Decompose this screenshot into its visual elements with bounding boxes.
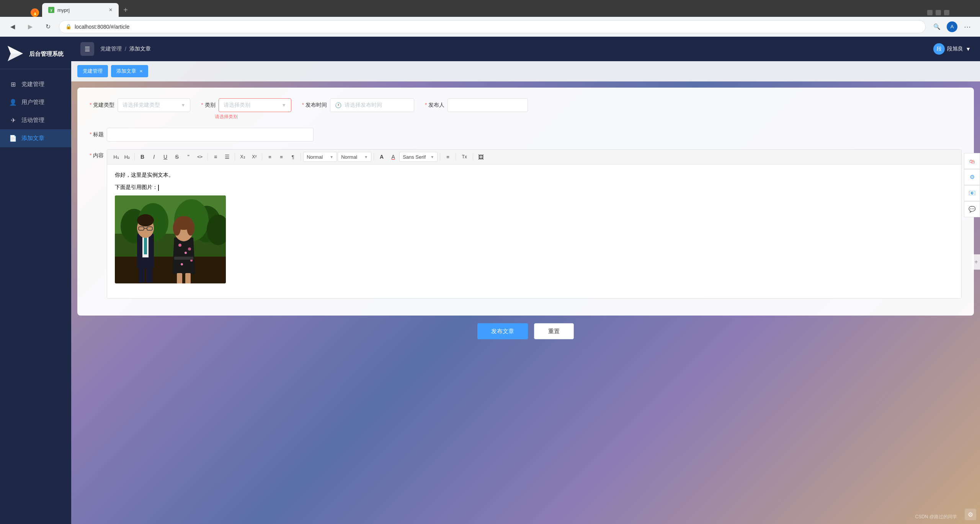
editor-content[interactable]: 你好，这里是实例文本。 下面是引用图片：	[107, 164, 961, 298]
toolbar-align-left[interactable]: ≡	[265, 152, 275, 162]
dangjian-type-select[interactable]: 请选择党建类型 ▼	[118, 98, 190, 112]
toolbar-unordered-list[interactable]: ☰	[222, 152, 232, 162]
tab-close-icon[interactable]: ✕	[109, 7, 113, 13]
toolbar-code[interactable]: <>	[194, 152, 205, 162]
category-error: 请选择类别	[215, 114, 291, 120]
toolbar-font-family[interactable]: Sans Serif ▼	[399, 152, 438, 162]
toolbar-align-center[interactable]: ≡	[276, 152, 287, 162]
toolbar-divider-3	[235, 153, 235, 160]
toolbar-divider-9	[473, 153, 473, 160]
menu-toggle-button[interactable]: ☰	[80, 42, 94, 56]
publish-button[interactable]: 发布文章	[477, 323, 528, 339]
watermark: CSDN @路过的同学	[915, 514, 957, 520]
sidebar-item-add-article[interactable]: 📄 添加文章	[0, 129, 71, 147]
title-label: * 标题	[90, 131, 104, 138]
sidebar-item-users[interactable]: 👤 用户管理	[0, 93, 71, 111]
toolbar-line-height[interactable]: ≡	[443, 152, 453, 162]
title-input[interactable]	[107, 128, 314, 142]
browser-profile-icon[interactable]: A	[946, 20, 959, 33]
toolbar-paragraph[interactable]: ¶	[287, 152, 298, 162]
breadcrumb-separator: /	[125, 46, 126, 52]
tab-dangjian-management[interactable]: 党建管理	[77, 65, 108, 77]
sidebar-item-dangjian[interactable]: ⊞ 党建管理	[0, 75, 71, 93]
nav-back-button[interactable]: ◀	[6, 20, 19, 33]
action-row: 发布文章 重置	[77, 316, 974, 347]
svg-rect-30	[174, 257, 193, 260]
font-size-2-label: Normal	[341, 154, 357, 160]
sidebar-item-label-dangjian: 党建管理	[21, 81, 44, 88]
svg-point-20	[178, 244, 181, 247]
toolbar-font-size-2[interactable]: Normal ▼	[338, 152, 371, 162]
font-size-2-arrow: ▼	[364, 155, 368, 159]
category-placeholder: 请选择类别	[224, 102, 250, 109]
tab-add-article[interactable]: 添加文章 ✕	[111, 65, 148, 77]
svg-point-28	[173, 220, 181, 236]
publish-time-input[interactable]: 🕐 请选择发布时间	[330, 98, 414, 112]
toolbar-h2[interactable]: H₂	[122, 153, 132, 161]
settings-icon[interactable]: ⚙	[965, 509, 976, 520]
reset-button[interactable]: 重置	[534, 323, 574, 339]
toolbar-strikethrough[interactable]: S	[172, 152, 182, 162]
font-size-1-arrow: ▼	[330, 155, 333, 159]
address-bar[interactable]: 🔒 localhost:8080/#/article	[59, 20, 926, 33]
nav-forward-button[interactable]: ▶	[24, 20, 37, 33]
toolbar-superscript[interactable]: X²	[249, 152, 260, 162]
window-close[interactable]	[944, 10, 949, 15]
toolbar-font-color[interactable]: A	[376, 152, 387, 162]
field-dangjian-type: * * 党建类型党建类型 请选择党建类型 ▼	[90, 98, 190, 112]
add-article-icon: 📄	[9, 135, 17, 142]
toolbar-font-highlight[interactable]: A	[388, 152, 399, 162]
content-label: * 内容	[90, 149, 104, 159]
users-icon: 👤	[9, 99, 17, 106]
new-tab-button[interactable]: +	[119, 3, 132, 17]
toolbar-underline[interactable]: U	[160, 152, 171, 162]
dangjian-type-label: * * 党建类型党建类型	[90, 102, 114, 109]
sidebar-item-activities[interactable]: ✈ 活动管理	[0, 111, 71, 129]
publish-time-placeholder: 请选择发布时间	[345, 102, 382, 109]
editor-toolbar: H₁ H₂ B I U S " <> ≡ ☰	[107, 150, 961, 164]
publish-time-label: * 发布时间	[302, 102, 327, 109]
clock-icon: 🕐	[335, 102, 341, 108]
right-sidebar: 🛍 ⚙ 📧 💬	[964, 153, 980, 217]
right-sidebar-btn-3[interactable]: 📧	[964, 185, 980, 201]
tab-favicon: y	[48, 7, 54, 13]
right-edge-add[interactable]: +	[972, 254, 980, 270]
tab-add-article-close[interactable]: ✕	[139, 69, 143, 74]
toolbar-insert-image[interactable]: 🖼	[475, 152, 486, 162]
toolbar-font-size-1[interactable]: Normal ▼	[303, 152, 337, 162]
svg-rect-9	[115, 257, 226, 283]
category-select[interactable]: 请选择类别 ▼	[219, 98, 291, 112]
toolbar-divider-5	[301, 153, 301, 160]
toolbar-subscript[interactable]: X₂	[237, 152, 248, 162]
user-name: 段旭良	[947, 46, 963, 52]
toolbar-h1[interactable]: H₁	[111, 153, 121, 161]
right-sidebar-btn-4[interactable]: 💬	[964, 201, 980, 217]
form-card: * * 党建类型党建类型 请选择党建类型 ▼ * 类别 请选择类别	[77, 88, 974, 316]
toolbar-clear-format[interactable]: Tx	[458, 152, 470, 162]
toolbar-quote[interactable]: "	[183, 152, 194, 162]
publisher-input[interactable]	[448, 98, 528, 112]
tab-dangjian-label: 党建管理	[83, 68, 103, 75]
logo-text: 后台管理系统	[29, 50, 64, 58]
user-menu[interactable]: 段 段旭良 ▼	[933, 43, 971, 55]
sidebar-nav: ⊞ 党建管理 👤 用户管理 ✈ 活动管理 📄 添加文章	[0, 69, 71, 524]
toolbar-italic[interactable]: I	[149, 152, 159, 162]
editor-wrapper: H₁ H₂ B I U S " <> ≡ ☰	[107, 149, 962, 299]
browser-tab[interactable]: y myprj ✕	[42, 3, 119, 17]
window-restore[interactable]	[936, 10, 941, 15]
toolbar-bold[interactable]: B	[137, 152, 148, 162]
browser-search-icon[interactable]: 🔍	[930, 20, 943, 33]
publisher-label: * 发布人	[425, 102, 444, 109]
window-minimize[interactable]	[927, 10, 933, 15]
user-dropdown-icon: ▼	[965, 46, 971, 52]
toolbar-ordered-list[interactable]: ≡	[210, 152, 221, 162]
right-sidebar-btn-1[interactable]: 🛍	[964, 153, 980, 169]
browser-more-icon[interactable]: ⋯	[961, 20, 974, 33]
toolbar-divider-2	[207, 153, 208, 160]
right-sidebar-btn-2[interactable]: ⚙	[964, 169, 980, 185]
editor-line-2: 下面是引用图片：	[115, 183, 954, 191]
nav-refresh-button[interactable]: ↻	[41, 20, 54, 33]
sidebar-item-label-activities: 活动管理	[21, 117, 44, 124]
font-size-1-label: Normal	[307, 154, 323, 160]
toolbar-divider-4	[262, 153, 262, 160]
